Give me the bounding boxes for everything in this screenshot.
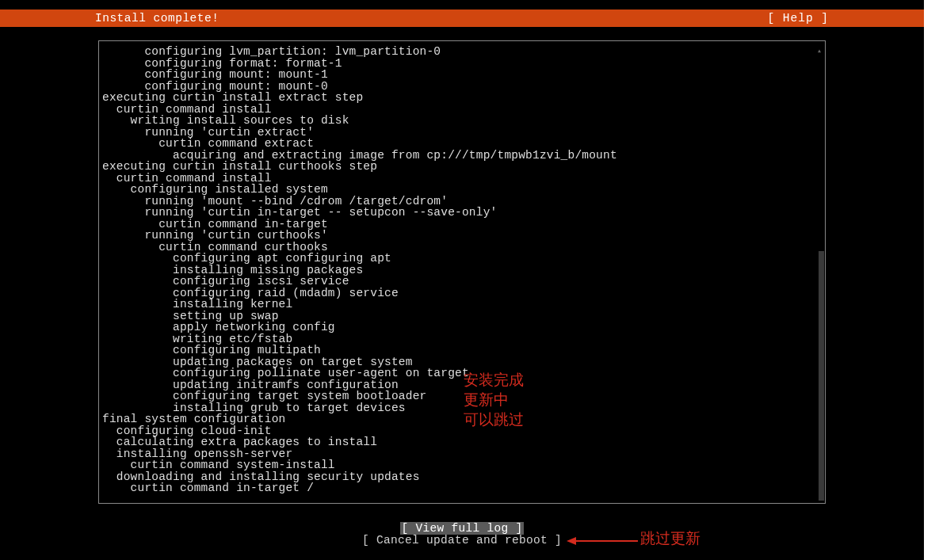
svg-marker-1 [567,537,576,545]
view-full-log-button[interactable]: [ View full log ] [400,522,523,535]
help-button[interactable]: [ Help ] [767,12,829,25]
action-buttons-area: [ View full log ] [ Cancel update and re… [0,523,924,547]
cancel-update-reboot-button[interactable]: [ Cancel update and reboot ] [0,535,924,547]
annotation-line-3: 可以跳过 [464,410,524,429]
annotation-line-2: 更新中 [464,390,524,410]
install-log-box: ▴ configuring lvm_partition: lvm_partiti… [98,40,826,504]
annotation-line-1: 安装完成 [464,370,524,390]
arrow-icon [567,535,638,547]
terminal-screen: Install complete! [ Help ] ▴ configuring… [0,0,924,560]
install-status-title: Install complete! [95,12,219,25]
scrollbar-track[interactable] [819,251,824,501]
header-bar: Install complete! [ Help ] [0,10,924,27]
scroll-up-icon: ▴ [817,46,822,55]
annotation-status: 安装完成 更新中 可以跳过 [464,370,524,429]
annotation-skip-update: 跳过更新 [640,528,700,548]
